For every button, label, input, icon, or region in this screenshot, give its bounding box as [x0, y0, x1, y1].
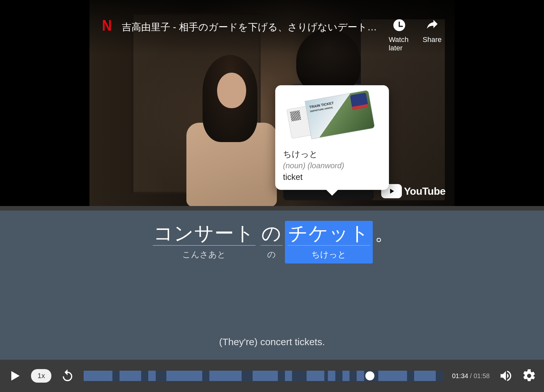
youtube-watermark[interactable]: YouTube — [381, 184, 445, 198]
progress-segment — [84, 371, 112, 381]
video-top-actions: Watch later Share — [389, 16, 445, 52]
progress-segment — [414, 371, 436, 381]
subtitle-word-1[interactable]: のの — [258, 221, 285, 263]
video-top-overlay: N 吉高由里子 - 相手のガードを下げる、さりげないデートの誘い方 | きみの…… — [89, 0, 455, 55]
progress-segment — [285, 371, 292, 381]
video-area: N 吉高由里子 - 相手のガードを下げる、さりげないデートの誘い方 | きみの…… — [0, 0, 544, 206]
progress-segment — [328, 371, 335, 381]
progress-bar[interactable] — [84, 371, 443, 381]
dictionary-definition: ticket — [283, 172, 381, 182]
replay-button[interactable] — [60, 369, 75, 383]
video-title[interactable]: 吉高由里子 - 相手のガードを下げる、さりげないデートの誘い方 | きみの… — [122, 16, 389, 34]
subtitle-panel: コンサートこんさあとののチケットちけっと。 (They're) concert … — [0, 206, 544, 360]
progress-segment — [342, 371, 350, 381]
subtitle-word-2[interactable]: チケットちけっと — [285, 221, 373, 263]
netflix-logo-icon[interactable]: N — [99, 17, 114, 34]
time-display: 01:34 / 01:58 — [452, 372, 490, 380]
gear-icon — [522, 369, 536, 383]
youtube-watermark-label: YouTube — [404, 185, 445, 197]
subtitle-translation: (They're) concert tickets. — [219, 336, 325, 347]
subtitle-word-reading: の — [267, 249, 276, 260]
playback-speed-button[interactable]: 1x — [31, 369, 51, 383]
progress-segment — [357, 371, 364, 381]
watch-later-label: Watch later — [389, 36, 410, 52]
volume-icon — [499, 369, 513, 383]
subtitle-word-text: コンサート — [153, 222, 256, 246]
progress-segment — [209, 371, 242, 381]
subtitle-word-text: チケット — [288, 222, 370, 246]
scene-woman — [183, 55, 280, 200]
player-bar: 1x 01:34 / 01:58 — [0, 360, 544, 392]
subtitle-punct: 。 — [373, 221, 394, 244]
replay-icon — [60, 369, 75, 383]
share-icon — [425, 18, 439, 32]
dictionary-text: ちけっと (noun) (loanword) ticket — [275, 149, 389, 190]
time-total: 01:58 — [474, 372, 490, 379]
play-icon — [8, 368, 22, 384]
volume-button[interactable] — [499, 369, 513, 383]
ticket-illustration-icon: TRAIN TICKET DEPARTURE ARRIVE — [285, 86, 379, 149]
time-separator: / — [468, 372, 474, 379]
video-frame[interactable]: N 吉高由里子 - 相手のガードを下げる、さりげないデートの誘い方 | きみの…… — [89, 0, 455, 206]
progress-segment — [120, 371, 141, 381]
play-button[interactable] — [8, 369, 22, 383]
progress-segment — [378, 371, 407, 381]
subtitle-japanese-line: コンサートこんさあとののチケットちけっと。 — [150, 221, 394, 263]
progress-segment — [307, 371, 325, 381]
dictionary-reading: ちけっと — [283, 149, 381, 160]
dictionary-popup[interactable]: TRAIN TICKET DEPARTURE ARRIVE ちけっと (noun… — [275, 85, 389, 190]
share-button[interactable]: Share — [423, 18, 442, 52]
subtitle-word-reading: ちけっと — [311, 249, 346, 260]
share-label: Share — [423, 36, 442, 44]
subtitle-word-text: の — [261, 222, 282, 246]
subtitle-word-reading: こんさあと — [182, 249, 226, 260]
progress-segment — [253, 371, 278, 381]
progress-segment — [166, 371, 202, 381]
time-current: 01:34 — [452, 372, 468, 379]
subtitle-word-0[interactable]: コンサートこんさあと — [150, 221, 258, 263]
settings-button[interactable] — [522, 369, 536, 383]
watch-later-button[interactable]: Watch later — [389, 18, 410, 52]
progress-segment — [148, 371, 155, 381]
clock-icon — [392, 18, 406, 32]
dictionary-part-of-speech: (noun) (loanword) — [283, 161, 381, 170]
dictionary-image: TRAIN TICKET DEPARTURE ARRIVE — [275, 85, 389, 149]
progress-cursor[interactable] — [365, 371, 374, 380]
